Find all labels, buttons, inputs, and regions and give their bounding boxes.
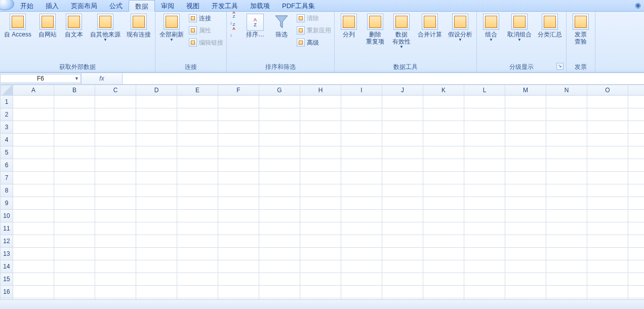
cell-D7[interactable] bbox=[136, 172, 177, 184]
cell-J12[interactable] bbox=[382, 235, 423, 248]
cell-O5[interactable] bbox=[587, 146, 628, 159]
cell-J6[interactable] bbox=[382, 159, 423, 172]
tab-审阅[interactable]: 审阅 bbox=[155, 0, 180, 11]
cell-J7[interactable] bbox=[382, 172, 423, 184]
cell-D14[interactable] bbox=[136, 260, 177, 273]
cell-L1[interactable] bbox=[464, 96, 505, 108]
cell-N6[interactable] bbox=[546, 159, 587, 172]
cell-I8[interactable] bbox=[341, 184, 382, 197]
group-button[interactable]: 组合▼ bbox=[479, 13, 503, 43]
cell-P14[interactable] bbox=[628, 260, 645, 273]
cell-K9[interactable] bbox=[423, 197, 464, 210]
cell-A5[interactable] bbox=[13, 146, 54, 159]
cell-K10[interactable] bbox=[423, 210, 464, 222]
cell-E1[interactable] bbox=[177, 96, 218, 108]
cell-H3[interactable] bbox=[300, 121, 341, 134]
cell-N12[interactable] bbox=[546, 235, 587, 248]
column-header-I[interactable]: I bbox=[341, 85, 382, 96]
cell-L11[interactable] bbox=[464, 222, 505, 235]
row-header-11[interactable]: 11 bbox=[1, 222, 13, 235]
cell-F4[interactable] bbox=[218, 134, 259, 146]
cell-O3[interactable] bbox=[587, 121, 628, 134]
office-button-icon[interactable] bbox=[0, 0, 14, 10]
cell-I7[interactable] bbox=[341, 172, 382, 184]
cell-H8[interactable] bbox=[300, 184, 341, 197]
cell-D2[interactable] bbox=[136, 108, 177, 121]
cell-M5[interactable] bbox=[505, 146, 546, 159]
cell-E6[interactable] bbox=[177, 159, 218, 172]
cell-A9[interactable] bbox=[13, 197, 54, 210]
what-if-button[interactable]: 假设分析▼ bbox=[446, 13, 474, 43]
cell-M7[interactable] bbox=[505, 172, 546, 184]
cell-C13[interactable] bbox=[95, 248, 136, 260]
cell-B11[interactable] bbox=[54, 222, 95, 235]
insert-function-button[interactable]: fx bbox=[82, 73, 123, 84]
cell-I9[interactable] bbox=[341, 197, 382, 210]
cell-I4[interactable] bbox=[341, 134, 382, 146]
cell-M4[interactable] bbox=[505, 134, 546, 146]
cell-J14[interactable] bbox=[382, 260, 423, 273]
cell-I12[interactable] bbox=[341, 235, 382, 248]
cell-J4[interactable] bbox=[382, 134, 423, 146]
dialog-launcher-icon[interactable]: ↘ bbox=[556, 63, 564, 70]
cell-G11[interactable] bbox=[259, 222, 300, 235]
cell-K12[interactable] bbox=[423, 235, 464, 248]
column-header-F[interactable]: F bbox=[218, 85, 259, 96]
cell-J1[interactable] bbox=[382, 96, 423, 108]
cell-N7[interactable] bbox=[546, 172, 587, 184]
cell-L14[interactable] bbox=[464, 260, 505, 273]
name-box-dropdown-icon[interactable]: ▼ bbox=[74, 76, 79, 81]
cell-H1[interactable] bbox=[300, 96, 341, 108]
cell-L8[interactable] bbox=[464, 184, 505, 197]
row-header-16[interactable]: 16 bbox=[1, 286, 13, 298]
cell-I1[interactable] bbox=[341, 96, 382, 108]
from-access-button[interactable]: 自 Access bbox=[2, 13, 33, 39]
cell-A12[interactable] bbox=[13, 235, 54, 248]
cell-A15[interactable] bbox=[13, 273, 54, 286]
cell-L12[interactable] bbox=[464, 235, 505, 248]
edit-links-button[interactable]: 编辑链接 bbox=[188, 37, 224, 48]
row-header-5[interactable]: 5 bbox=[1, 146, 13, 159]
text-to-columns-button[interactable]: 分列 bbox=[337, 13, 361, 39]
cell-B15[interactable] bbox=[54, 273, 95, 286]
cell-O12[interactable] bbox=[587, 235, 628, 248]
row-header-3[interactable]: 3 bbox=[1, 121, 13, 134]
cell-B10[interactable] bbox=[54, 210, 95, 222]
cell-D3[interactable] bbox=[136, 121, 177, 134]
cell-M2[interactable] bbox=[505, 108, 546, 121]
column-header-N[interactable]: N bbox=[546, 85, 587, 96]
cell-C11[interactable] bbox=[95, 222, 136, 235]
cell-L3[interactable] bbox=[464, 121, 505, 134]
column-header-H[interactable]: H bbox=[300, 85, 341, 96]
cell-N4[interactable] bbox=[546, 134, 587, 146]
cell-P16[interactable] bbox=[628, 286, 645, 298]
from-web-button[interactable]: 自网站 bbox=[35, 13, 60, 39]
cell-L9[interactable] bbox=[464, 197, 505, 210]
from-other-button[interactable]: 自其他来源▼ bbox=[88, 13, 123, 43]
cell-H11[interactable] bbox=[300, 222, 341, 235]
cell-H12[interactable] bbox=[300, 235, 341, 248]
formula-input[interactable] bbox=[123, 73, 644, 84]
cell-I11[interactable] bbox=[341, 222, 382, 235]
refresh-all-button[interactable]: 全部刷新▼ bbox=[157, 13, 186, 43]
cell-E14[interactable] bbox=[177, 260, 218, 273]
cell-C6[interactable] bbox=[95, 159, 136, 172]
cell-P2[interactable] bbox=[628, 108, 645, 121]
column-header-K[interactable]: K bbox=[423, 85, 464, 96]
cell-B13[interactable] bbox=[54, 248, 95, 260]
tab-插入[interactable]: 插入 bbox=[39, 0, 65, 11]
cell-L6[interactable] bbox=[464, 159, 505, 172]
sort-asc-button[interactable]: AZ↓ bbox=[229, 13, 241, 24]
cell-G10[interactable] bbox=[259, 210, 300, 222]
cell-O2[interactable] bbox=[587, 108, 628, 121]
cell-G6[interactable] bbox=[259, 159, 300, 172]
cell-O6[interactable] bbox=[587, 159, 628, 172]
cell-J10[interactable] bbox=[382, 210, 423, 222]
cell-P6[interactable] bbox=[628, 159, 645, 172]
cell-F5[interactable] bbox=[218, 146, 259, 159]
cell-E16[interactable] bbox=[177, 286, 218, 298]
remove-duplicates-button[interactable]: 删除 重复项 bbox=[363, 13, 387, 46]
column-header-J[interactable]: J bbox=[382, 85, 423, 96]
cell-O4[interactable] bbox=[587, 134, 628, 146]
clear-button[interactable]: 清除 bbox=[296, 13, 332, 24]
